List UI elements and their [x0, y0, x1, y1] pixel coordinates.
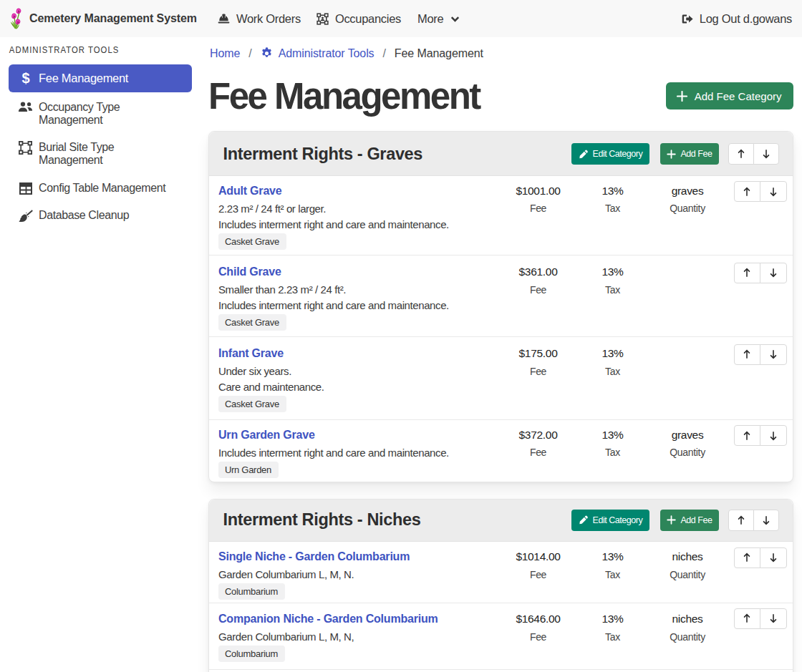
- svg-text:$: $: [21, 72, 29, 85]
